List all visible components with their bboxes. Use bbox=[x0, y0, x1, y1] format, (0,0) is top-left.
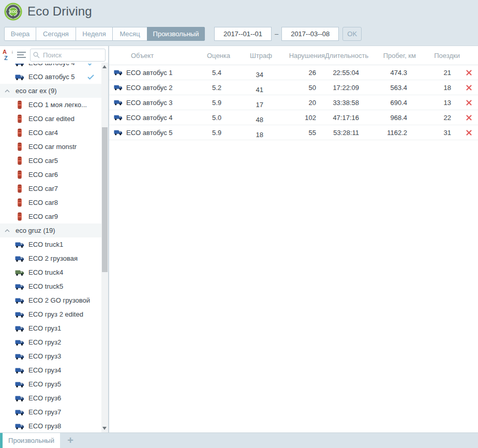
unit-row[interactable]: ECO car8 bbox=[0, 196, 101, 210]
truck-icon bbox=[14, 395, 25, 402]
period-tab-custom[interactable]: Произвольный bbox=[147, 27, 205, 41]
date-from-input[interactable] bbox=[214, 27, 272, 41]
unit-name: ECO автобус 1 bbox=[123, 69, 203, 77]
unit-row[interactable]: ECO груз1 bbox=[0, 321, 101, 335]
unit-name: ECO автобус 3 bbox=[123, 99, 203, 107]
unit-sidebar: A↓Z ECO автобус 4 ECO автобус 5 eco car … bbox=[0, 46, 108, 432]
unit-row[interactable]: ECO груз 2 edited bbox=[0, 307, 101, 321]
car-icon bbox=[14, 184, 25, 193]
results-panel: Объект Оценка Штраф Нарушения Длительнос… bbox=[108, 46, 478, 432]
content-area: A↓Z ECO автобус 4 ECO автобус 5 eco car … bbox=[0, 46, 478, 432]
duration-value: 47:17:16 bbox=[325, 114, 368, 122]
car-icon bbox=[14, 156, 25, 165]
unit-label: ECO груз6 bbox=[28, 394, 61, 402]
unit-label: ECO car5 bbox=[28, 157, 58, 165]
truck-icon bbox=[109, 129, 123, 136]
unit-row[interactable]: ECO груз8 bbox=[0, 419, 101, 432]
unit-label: ECO car9 bbox=[28, 213, 58, 220]
unit-name: ECO автобус 2 bbox=[123, 84, 203, 92]
unit-row[interactable]: ECO груз3 bbox=[0, 349, 101, 363]
column-header-penalty[interactable]: Штраф bbox=[230, 52, 272, 59]
unit-row[interactable]: ECO груз4 bbox=[0, 363, 101, 377]
delete-row-button[interactable] bbox=[460, 115, 478, 121]
truck-icon bbox=[14, 64, 25, 67]
table-row[interactable]: ECO автобус 2 5.2 41 50 17:22:09 563.4 1… bbox=[109, 80, 478, 95]
scrollbar-thumb[interactable] bbox=[102, 127, 108, 272]
date-to-input[interactable] bbox=[281, 27, 339, 41]
table-row[interactable]: ECO автобус 1 5.4 34 26 22:55:04 474.3 2… bbox=[109, 65, 478, 80]
delete-row-button[interactable] bbox=[460, 130, 478, 136]
unit-row[interactable]: ECO 2 грузовая bbox=[0, 251, 101, 265]
unit-row[interactable]: ECO car monstr bbox=[0, 140, 101, 154]
unit-row[interactable]: ECO автобус 5 bbox=[0, 70, 101, 84]
score-value: 5.4 bbox=[203, 69, 230, 77]
car-icon bbox=[14, 198, 25, 207]
group-row[interactable]: eco car ex (9) bbox=[0, 84, 101, 98]
close-icon bbox=[466, 115, 472, 121]
unit-row[interactable]: ECO truck4 bbox=[0, 265, 101, 279]
table-row[interactable]: ECO автобус 5 5.9 18 55 53:28:11 1162.2 … bbox=[109, 125, 478, 140]
duration-value: 17:22:09 bbox=[325, 84, 368, 92]
trips-value: 13 bbox=[416, 99, 460, 107]
column-header-trips[interactable]: Поездки bbox=[416, 52, 460, 59]
penalty-value[interactable]: 17 bbox=[230, 101, 272, 109]
column-header-duration[interactable]: Длительность bbox=[325, 52, 368, 59]
sidebar-controls: A↓Z bbox=[0, 46, 108, 64]
period-tab-week[interactable]: Неделя bbox=[76, 27, 113, 41]
delete-row-button[interactable] bbox=[460, 100, 478, 106]
search-box bbox=[30, 49, 106, 62]
unit-row[interactable]: ECO truck1 bbox=[0, 237, 101, 251]
unit-row[interactable]: ECO груз7 bbox=[0, 405, 101, 419]
table-row[interactable]: ECO автобус 3 5.9 17 20 33:38:58 690.4 1… bbox=[109, 95, 478, 110]
unit-name: ECO автобус 5 bbox=[123, 129, 203, 137]
group-row[interactable]: eco gruz (19) bbox=[0, 223, 101, 237]
unit-row[interactable]: ECO car7 bbox=[0, 182, 101, 196]
sort-az-icon[interactable]: A↓Z bbox=[3, 50, 13, 60]
unit-row[interactable]: ECO груз2 bbox=[0, 335, 101, 349]
scroll-up-arrow-icon[interactable] bbox=[102, 65, 107, 68]
search-input[interactable] bbox=[30, 49, 106, 62]
unit-name: ECO автобус 4 bbox=[123, 114, 203, 122]
unit-label: ECO груз7 bbox=[28, 408, 61, 416]
period-tab-today[interactable]: Сегодня bbox=[36, 27, 76, 41]
delete-row-button[interactable] bbox=[460, 85, 478, 91]
group-label: eco gruz (19) bbox=[16, 227, 55, 234]
add-tab-button[interactable]: + bbox=[62, 433, 79, 448]
table-row[interactable]: ECO автобус 4 5.0 48 102 47:17:16 968.4 … bbox=[109, 110, 478, 125]
sidebar-scrollbar[interactable] bbox=[101, 63, 108, 432]
unit-row[interactable]: ECO 2 GO грузовой bbox=[0, 293, 101, 307]
unit-row[interactable]: ECO 1 моя легко... bbox=[0, 98, 101, 112]
penalty-value[interactable]: 48 bbox=[230, 116, 272, 124]
score-value: 5.9 bbox=[203, 129, 230, 137]
delete-row-button[interactable] bbox=[460, 70, 478, 76]
column-header-object[interactable]: Объект bbox=[109, 52, 203, 59]
unit-row[interactable]: ECO car edited bbox=[0, 112, 101, 126]
unit-row[interactable]: ECO груз6 bbox=[0, 391, 101, 405]
list-view-icon[interactable] bbox=[17, 50, 26, 59]
penalty-value[interactable]: 34 bbox=[230, 71, 272, 79]
violations-value: 50 bbox=[272, 84, 325, 92]
chevron-up-icon bbox=[5, 89, 11, 93]
unit-row[interactable]: ECO автобус 4 bbox=[0, 64, 101, 70]
score-value: 5.9 bbox=[203, 99, 230, 107]
report-tab-custom[interactable]: Произвольный bbox=[3, 433, 60, 448]
unit-row[interactable]: ECO груз5 bbox=[0, 377, 101, 391]
search-icon bbox=[33, 52, 40, 58]
period-tab-month[interactable]: Месяц bbox=[112, 27, 147, 41]
truck-icon bbox=[14, 241, 25, 248]
unit-row[interactable]: ECO car9 bbox=[0, 210, 101, 223]
period-tab-yesterday[interactable]: Вчера bbox=[4, 27, 36, 41]
ok-button[interactable]: OK bbox=[342, 27, 362, 41]
penalty-value[interactable]: 18 bbox=[230, 131, 272, 139]
unit-row[interactable]: ECO car6 bbox=[0, 168, 101, 182]
unit-row[interactable]: ECO truck5 bbox=[0, 279, 101, 293]
close-icon bbox=[466, 70, 472, 76]
duration-value: 22:55:04 bbox=[325, 69, 368, 77]
penalty-value[interactable]: 41 bbox=[230, 86, 272, 94]
unit-row[interactable]: ECO car4 bbox=[0, 126, 101, 140]
column-header-mileage[interactable]: Пробег, км bbox=[368, 52, 416, 59]
scroll-down-arrow-icon[interactable] bbox=[102, 427, 107, 430]
column-header-score[interactable]: Оценка bbox=[203, 52, 230, 59]
column-header-violations[interactable]: Нарушения bbox=[272, 52, 325, 59]
unit-row[interactable]: ECO car5 bbox=[0, 154, 101, 168]
